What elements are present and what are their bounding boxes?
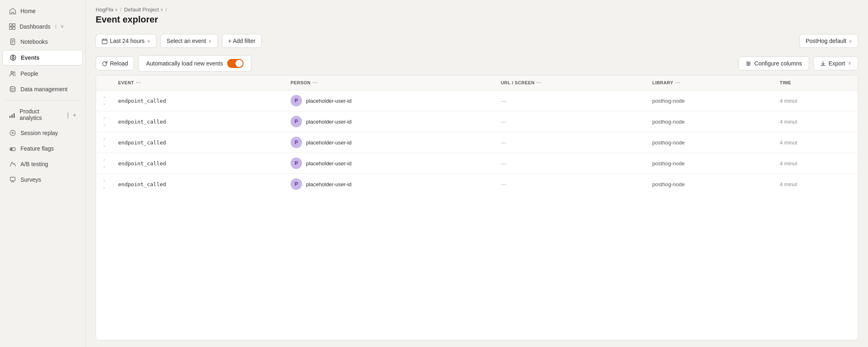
sidebar-item-surveys[interactable]: Surveys [2, 172, 83, 187]
table-row[interactable]: ⌃⌄endpoint_called P placeholder-user-id … [96, 132, 858, 153]
auto-load-toggle[interactable] [227, 59, 244, 68]
export-chevron: ∨ [848, 61, 851, 66]
toolbar-right: PostHog default ∨ [799, 34, 858, 48]
row-event-cell: endpoint_called [112, 132, 285, 153]
configure-columns-label: Configure columns [754, 60, 802, 67]
sidebar-item-data-management[interactable]: Data management [2, 82, 83, 97]
time-filter-button[interactable]: Last 24 hours ∨ [96, 34, 157, 48]
event-filter-chevron: ∨ [208, 38, 212, 44]
table-row[interactable]: ⌃⌄endpoint_called P placeholder-user-id … [96, 174, 858, 195]
avatar: P [291, 116, 302, 127]
svg-rect-16 [11, 115, 13, 118]
toolbar-actions: Reload Automatically load new events Con… [86, 52, 868, 75]
svg-point-14 [10, 87, 15, 89]
reload-button[interactable]: Reload [96, 56, 134, 70]
row-expand-cell: ⌃⌄ [96, 90, 112, 111]
export-button[interactable]: Export ∨ [813, 56, 858, 71]
product-analytics-add-icon[interactable]: + [73, 111, 76, 118]
person-cell-inner: P placeholder-user-id [291, 158, 489, 169]
table-row[interactable]: ⌃⌄endpoint_called P placeholder-user-id … [96, 153, 858, 174]
row-event-cell: endpoint_called [112, 153, 285, 174]
events-table: EVENT ··· PERSON ··· URL / SCREEN [96, 75, 858, 194]
svg-rect-0 [9, 24, 12, 26]
row-expand-button[interactable]: ⌃⌄ [102, 116, 107, 127]
sidebar-item-feature-flags-label: Feature flags [20, 145, 54, 152]
breadcrumb-hogflix[interactable]: HogFlix ∨ [96, 7, 118, 13]
row-library-cell: posthog-node [647, 132, 774, 153]
page-header: HogFlix ∨ / Default Project ∨ / Event ex… [86, 0, 868, 30]
data-management-icon [9, 86, 16, 93]
sidebar-item-people[interactable]: People [2, 66, 83, 81]
row-person-cell[interactable]: P placeholder-user-id [285, 132, 495, 153]
breadcrumb-sep-2: / [166, 7, 167, 13]
sidebar-item-session-replay-label: Session replay [20, 130, 58, 136]
posthog-default-label: PostHog default [805, 38, 846, 44]
avatar: P [291, 178, 302, 190]
svg-rect-17 [13, 113, 15, 118]
sidebar-item-product-analytics[interactable]: Product analytics | + [2, 104, 83, 125]
event-filter-button[interactable]: Select an event ∨ [161, 34, 218, 48]
row-person-cell[interactable]: P placeholder-user-id [285, 90, 495, 111]
row-library-cell: posthog-node [647, 153, 774, 174]
sidebar-item-session-replay[interactable]: Session replay [2, 126, 83, 140]
col-library: LIBRARY ··· [647, 75, 774, 90]
export-label: Export [829, 60, 845, 67]
toolbar2-right: Configure columns Export ∨ [738, 56, 858, 71]
sidebar-item-feature-flags[interactable]: Feature flags [2, 141, 83, 156]
person-cell-inner: P placeholder-user-id [291, 137, 489, 148]
col-person-label: PERSON ··· [291, 79, 318, 86]
sidebar-item-product-analytics-label: Product analytics [20, 108, 63, 121]
sidebar-item-dashboards[interactable]: Dashboards | ∨ [2, 19, 83, 34]
person-name: placeholder-user-id [306, 119, 351, 125]
events-icon [9, 54, 17, 61]
row-expand-button[interactable]: ⌃⌄ [102, 95, 107, 106]
svg-point-21 [11, 148, 13, 150]
col-person-more[interactable]: ··· [312, 79, 318, 86]
surveys-icon [9, 176, 16, 183]
configure-columns-icon [745, 60, 752, 67]
table-row[interactable]: ⌃⌄endpoint_called P placeholder-user-id … [96, 90, 858, 111]
row-library-cell: posthog-node [647, 90, 774, 111]
people-icon [9, 70, 16, 77]
calendar-icon [102, 38, 107, 44]
url-dash: — [501, 98, 506, 104]
col-url-label: URL / SCREEN ··· [501, 79, 541, 86]
row-person-cell[interactable]: P placeholder-user-id [285, 153, 495, 174]
row-expand-button[interactable]: ⌃⌄ [102, 179, 107, 190]
sidebar-item-home[interactable]: Home [2, 4, 83, 18]
home-icon [9, 7, 16, 15]
avatar: P [291, 137, 302, 148]
col-expand [96, 75, 112, 90]
table-row[interactable]: ⌃⌄endpoint_called P placeholder-user-id … [96, 111, 858, 132]
sidebar-item-events[interactable]: Events [2, 50, 83, 65]
col-url: URL / SCREEN ··· [495, 75, 647, 90]
col-library-more[interactable]: ··· [675, 79, 680, 86]
svg-rect-3 [13, 27, 15, 29]
row-expand-button[interactable]: ⌃⌄ [102, 137, 107, 148]
breadcrumb-hogflix-chevron: ∨ [115, 7, 118, 12]
breadcrumb-default-project[interactable]: Default Project ∨ [124, 7, 163, 13]
posthog-default-button[interactable]: PostHog default ∨ [799, 34, 858, 48]
page-title: Event explorer [96, 14, 858, 25]
time-filter-label: Last 24 hours [110, 38, 145, 44]
row-library-cell: posthog-node [647, 174, 774, 195]
sidebar-item-ab-testing[interactable]: A/B testing [2, 157, 83, 171]
row-event-cell: endpoint_called [112, 90, 285, 111]
configure-columns-button[interactable]: Configure columns [738, 56, 809, 71]
col-url-more[interactable]: ··· [536, 79, 541, 86]
reload-label: Reload [110, 60, 128, 67]
row-url-cell: — [495, 132, 647, 153]
row-expand-cell: ⌃⌄ [96, 111, 112, 132]
sidebar-item-notebooks[interactable]: Notebooks [2, 34, 83, 49]
svg-rect-15 [9, 116, 11, 118]
col-event-more[interactable]: ··· [136, 79, 141, 86]
row-expand-button[interactable]: ⌃⌄ [102, 158, 107, 169]
row-person-cell[interactable]: P placeholder-user-id [285, 174, 495, 195]
sidebar: Home Dashboards | ∨ Notebooks Events Peo… [0, 0, 86, 347]
row-person-cell[interactable]: P placeholder-user-id [285, 111, 495, 132]
sidebar-item-notebooks-label: Notebooks [20, 38, 48, 45]
add-filter-label: + Add filter [228, 38, 255, 44]
breadcrumb-project-chevron: ∨ [160, 7, 163, 12]
row-time-cell: 4 minut [774, 132, 858, 153]
add-filter-button[interactable]: + Add filter [222, 34, 262, 48]
